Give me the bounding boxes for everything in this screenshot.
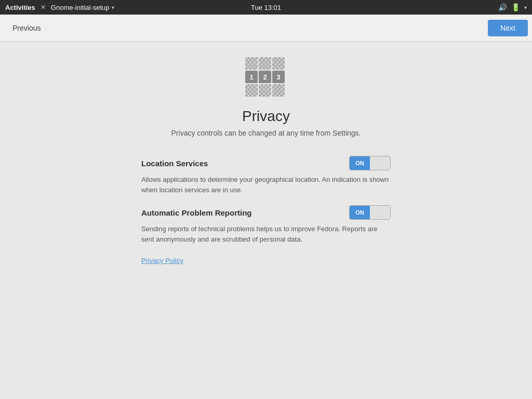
next-button[interactable]: Next — [488, 20, 528, 36]
topbar-clock: Tue 13:01 — [251, 4, 281, 11]
sound-icon[interactable]: 🔊 — [498, 3, 507, 11]
privacy-icon: 1 2 3 — [245, 57, 287, 99]
topbar-left: Activities ✕ Gnome-initial-setup ▾ — [5, 4, 114, 11]
app-name[interactable]: Gnome-initial-setup ▾ — [51, 4, 114, 11]
location-services-toggle[interactable]: ON — [349, 156, 391, 170]
location-services-label: Location Services — [141, 159, 208, 168]
battery-icon[interactable]: 🔋 — [511, 3, 520, 11]
location-services-row: Location Services ON — [141, 156, 391, 170]
icon-cell-tl — [245, 57, 258, 70]
auto-problem-toggle[interactable]: ON — [349, 205, 391, 220]
previous-button[interactable]: Previous — [4, 21, 49, 35]
topbar-right: 🔊 🔋 ▾ — [498, 3, 527, 11]
auto-problem-toggle-on: ON — [350, 206, 370, 219]
icon-cell-3: 3 — [272, 71, 285, 83]
settings-panel: Location Services ON Allows applications… — [141, 156, 391, 265]
icon-cell-tc — [259, 57, 271, 70]
icon-cell-bc — [259, 84, 271, 97]
location-services-description: Allows applications to determine your ge… — [141, 175, 391, 195]
icon-cell-1: 1 — [245, 71, 258, 83]
system-menu-chevron[interactable]: ▾ — [524, 5, 527, 10]
icon-cell-br — [272, 84, 285, 97]
page-subtitle: Privacy controls can be changed at any t… — [171, 129, 361, 137]
toggle-off-area — [370, 156, 390, 170]
icon-cell-tr — [272, 57, 285, 70]
main-content: 1 2 3 Privacy Privacy controls can be ch… — [0, 42, 532, 265]
toggle-on-label: ON — [350, 156, 370, 170]
auto-problem-description: Sending reports of technical problems he… — [141, 224, 391, 244]
privacy-policy-link[interactable]: Privacy Policy — [141, 257, 183, 264]
icon-cell-bl — [245, 84, 258, 97]
auto-problem-label: Automatic Problem Reporting — [141, 208, 252, 217]
icon-cell-2: 2 — [259, 71, 271, 83]
app-icon: ✕ — [41, 4, 46, 11]
auto-problem-toggle-off — [370, 206, 390, 219]
page-title: Privacy — [242, 108, 290, 125]
auto-problem-row: Automatic Problem Reporting ON — [141, 205, 391, 220]
topbar: Activities ✕ Gnome-initial-setup ▾ Tue 1… — [0, 0, 532, 15]
activities-button[interactable]: Activities — [5, 4, 35, 11]
chevron-down-icon: ▾ — [112, 5, 114, 10]
navbar: Previous Next — [0, 15, 532, 42]
